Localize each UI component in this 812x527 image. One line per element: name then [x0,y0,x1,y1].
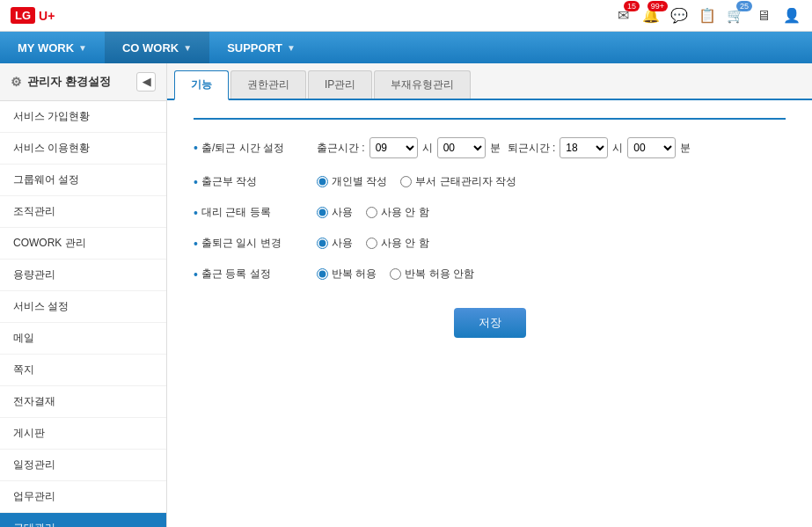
sidebar-item-cowork[interactable]: COWORK 관리 [0,228,166,260]
report-dept-option[interactable]: 부서 근태관리자 작성 [400,174,516,189]
proxy-use-radio[interactable] [317,207,328,218]
checkin-setting-label: 출근 등록 설정 [194,267,299,282]
temp-change-controls: 사용 사용 안 함 [317,236,429,251]
temp-use-radio[interactable] [317,238,328,249]
tab-function[interactable]: 기능 [174,70,229,100]
checkout-hour-unit: 시 [612,141,623,156]
tab-permission[interactable]: 권한관리 [230,70,306,99]
checkin-min-select[interactable]: 00 30 [437,137,486,158]
content-area: 기능 권한관리 IP관리 부재유형관리 출/퇴근 시간 설정 출근시간 : 09… [167,63,812,527]
gear-icon: ⚙ [11,75,22,89]
sidebar-item-board[interactable]: 게시판 [0,418,166,450]
checkout-hour-select[interactable]: 18 17 19 [560,137,608,158]
checkin-hour-select[interactable]: 09 08 10 [369,137,418,158]
proxy-label: 대리 근태 등록 [194,205,299,220]
temp-nouse-option[interactable]: 사용 안 함 [366,236,429,251]
bell-badge: 99+ [647,1,668,11]
report-dept-label: 부서 근태관리자 작성 [415,174,516,189]
temp-use-label: 사용 [332,236,353,251]
sidebar-title: 관리자 환경설정 [27,74,111,90]
logo: LG U+ [11,7,55,24]
person-icon-container[interactable]: 👤 [782,6,801,26]
sidebar-item-groupware[interactable]: 그룹웨어 설정 [0,165,166,196]
proxy-nouse-radio[interactable] [366,207,377,218]
back-button[interactable]: ◀ [136,72,156,91]
sidebar-item-note[interactable]: 쪽지 [0,355,166,386]
temp-change-row: 출퇴근 일시 변경 사용 사용 안 함 [194,236,786,251]
checkout-min-unit: 분 [680,141,691,156]
proxy-nouse-option[interactable]: 사용 안 함 [366,205,429,220]
checkin-setting-row: 출근 등록 설정 반복 허용 반복 허용 안함 [194,267,786,282]
nav-support[interactable]: SUPPORT ▼ [209,32,313,63]
nav-cowork-arrow: ▼ [183,43,192,53]
tab-absence-type[interactable]: 부재유형관리 [374,70,471,99]
checkin-label: 출근시간 : [317,141,365,156]
checkin-norepeat-option[interactable]: 반복 허용 안함 [390,267,474,282]
proxy-row: 대리 근태 등록 사용 사용 안 함 [194,205,786,220]
checkin-repeat-radio[interactable] [317,268,328,280]
sidebar-item-service-join[interactable]: 서비스 가입현황 [0,101,166,133]
report-label: 출근부 작성 [194,174,299,189]
main-layout: ⚙ 관리자 환경설정 ◀ 서비스 가입현황 서비스 이용현황 그룹웨어 설정 조… [0,63,812,527]
temp-nouse-radio[interactable] [366,238,377,249]
monitor-icon-container[interactable]: 🖥 [754,6,773,26]
report-individual-option[interactable]: 개인별 작성 [317,174,387,189]
sidebar-item-capacity[interactable]: 용량관리 [0,260,166,291]
cart-icon-container[interactable]: 🛒 25 [726,6,745,26]
proxy-controls: 사용 사용 안 함 [317,205,429,220]
bell-icon-container[interactable]: 🔔 99+ [641,6,661,26]
checkin-hour-unit: 시 [422,141,433,156]
cart-badge: 25 [736,1,752,11]
monitor-icon: 🖥 [754,6,773,26]
report-dept-radio[interactable] [400,176,412,187]
report-controls: 개인별 작성 부서 근태관리자 작성 [317,174,516,189]
checkin-norepeat-radio[interactable] [390,268,401,280]
proxy-nouse-label: 사용 안 함 [381,205,429,220]
proxy-use-option[interactable]: 사용 [317,205,353,220]
temp-use-option[interactable]: 사용 [317,236,353,251]
checkout-label: 퇴근시간 : [508,141,556,156]
save-button[interactable]: 저장 [454,308,526,338]
chat-icon: 💬 [669,6,689,26]
tabs-bar: 기능 권한관리 IP관리 부재유형관리 [167,63,812,100]
sidebar-item-attendance[interactable]: 근태관리 [0,513,166,527]
sidebar-item-service-setting[interactable]: 서비스 설정 [0,291,166,323]
nav-support-arrow: ▼ [287,43,296,53]
checkin-repeat-label: 반복 허용 [332,267,377,282]
nav-mywork[interactable]: MY WORK ▼ [0,32,105,63]
btn-row: 저장 [194,308,786,338]
chat-icon-container[interactable]: 💬 [669,6,689,26]
temp-nouse-label: 사용 안 함 [381,236,429,251]
sidebar: ⚙ 관리자 환경설정 ◀ 서비스 가입현황 서비스 이용현황 그룹웨어 설정 조… [0,63,167,527]
checkout-min-select[interactable]: 00 30 [627,137,676,158]
header-icons: ✉ 15 🔔 99+ 💬 📋 🛒 25 🖥 👤 [613,6,801,26]
clipboard-icon-container[interactable]: 📋 [698,6,717,26]
sidebar-item-schedule[interactable]: 일정관리 [0,450,166,481]
tab-ip[interactable]: IP관리 [308,70,372,99]
sidebar-item-service-use[interactable]: 서비스 이용현황 [0,133,166,165]
report-row: 출근부 작성 개인별 작성 부서 근태관리자 작성 [194,174,786,189]
checkin-repeat-option[interactable]: 반복 허용 [317,267,377,282]
nav-mywork-arrow: ▼ [78,43,87,53]
temp-change-label: 출퇴근 일시 변경 [194,236,299,251]
header: LG U+ ✉ 15 🔔 99+ 💬 📋 🛒 25 🖥 👤 [0,0,812,32]
nav-support-label: SUPPORT [227,41,282,55]
checkin-time-group: 출근시간 : 09 08 10 시 00 30 분 [317,137,501,158]
commute-time-row: 출/퇴근 시간 설정 출근시간 : 09 08 10 시 00 30 [194,137,786,158]
sidebar-item-mail[interactable]: 메일 [0,323,166,355]
sidebar-item-task[interactable]: 업무관리 [0,481,166,513]
mail-badge: 15 [624,1,640,11]
person-icon: 👤 [782,6,801,26]
mail-icon-container[interactable]: ✉ 15 [613,6,633,26]
nav-cowork[interactable]: CO WORK ▼ [105,32,209,63]
navbar: MY WORK ▼ CO WORK ▼ SUPPORT ▼ [0,32,812,63]
sidebar-item-org[interactable]: 조직관리 [0,196,166,228]
sidebar-title-bar: ⚙ 관리자 환경설정 ◀ [0,63,166,101]
clipboard-icon: 📋 [698,6,717,26]
checkin-norepeat-label: 반복 허용 안함 [405,267,474,282]
form-content: 출/퇴근 시간 설정 출근시간 : 09 08 10 시 00 30 [167,100,812,527]
checkin-setting-controls: 반복 허용 반복 허용 안함 [317,267,474,282]
sidebar-item-approval[interactable]: 전자결재 [0,386,166,418]
logo-uplus: U+ [39,9,55,23]
report-individual-radio[interactable] [317,176,328,187]
